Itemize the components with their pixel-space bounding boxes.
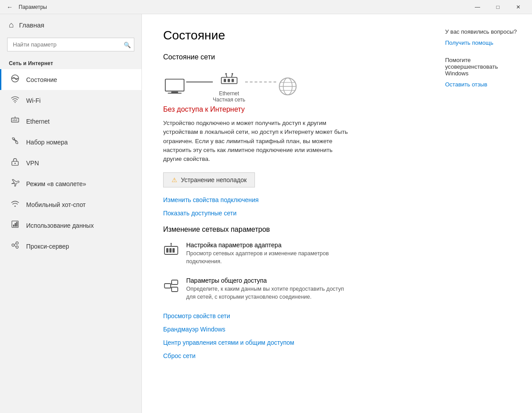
search-icon: 🔍 <box>124 41 131 48</box>
hotspot-icon <box>10 199 20 210</box>
router-icon-group: Ethernet Частная сеть <box>213 70 245 103</box>
ethernet-label: Ethernet <box>26 118 50 125</box>
svg-point-31 <box>231 73 233 75</box>
datausage-label: Использование данных <box>26 222 94 229</box>
svg-line-20 <box>14 245 16 247</box>
window-controls: — □ ✕ <box>467 0 528 14</box>
sidebar-item-hotspot[interactable]: Мобильный хот-спот <box>0 194 141 215</box>
svg-rect-39 <box>169 248 172 253</box>
sidebar-item-dialup[interactable]: Набор номера <box>0 132 141 152</box>
sidebar-home[interactable]: ⌂ Главная <box>0 14 141 36</box>
link-reset[interactable]: Сброс сети <box>163 352 413 359</box>
svg-rect-3 <box>12 118 19 122</box>
minimize-button[interactable]: — <box>467 0 488 14</box>
proxy-label: Прокси-сервер <box>26 243 69 250</box>
svg-rect-26 <box>227 79 230 82</box>
svg-rect-44 <box>172 280 178 284</box>
svg-point-11 <box>15 206 16 207</box>
wifi-label: Wi-Fi <box>26 97 41 104</box>
network-diagram: Ethernet Частная сеть <box>163 70 413 103</box>
svg-rect-25 <box>223 79 226 82</box>
sidebar-item-datausage[interactable]: Использование данных <box>0 215 141 236</box>
svg-rect-43 <box>164 284 171 288</box>
svg-rect-45 <box>172 287 178 292</box>
svg-rect-27 <box>231 79 234 82</box>
svg-point-30 <box>225 73 227 75</box>
ethernet-net-label: Ethernet Частная сеть <box>213 90 245 103</box>
svg-line-28 <box>226 74 227 78</box>
maximize-button[interactable]: □ <box>488 0 508 14</box>
link-view-props[interactable]: Просмотр свойств сети <box>163 312 413 319</box>
sidebar-item-wifi[interactable]: Wi-Fi <box>0 90 141 111</box>
svg-point-18 <box>16 246 18 248</box>
feedback-link[interactable]: Оставить отзыв <box>445 81 521 88</box>
status-label: Состояние <box>26 76 57 83</box>
link-network-center[interactable]: Центр управления сетями и общим доступом <box>163 339 413 346</box>
sharing-title: Параметры общего доступа <box>186 277 355 284</box>
back-button[interactable]: ← <box>4 1 16 13</box>
dialup-label: Набор номера <box>26 139 68 146</box>
vpn-label: VPN <box>26 160 39 167</box>
sharing-icon <box>163 278 179 294</box>
link-show-networks[interactable]: Показать доступные сети <box>163 210 413 217</box>
svg-line-29 <box>231 74 232 78</box>
search-container: 🔍 <box>7 38 134 51</box>
ethernet-icon <box>10 116 20 127</box>
sidebar-item-ethernet[interactable]: Ethernet <box>0 111 141 132</box>
svg-rect-14 <box>15 223 16 226</box>
hotspot-label: Мобильный хот-спот <box>26 201 86 208</box>
no-internet-text: Без доступа к Интернету <box>163 105 413 113</box>
computer-icon-group <box>163 77 186 96</box>
dialup-icon <box>10 136 20 148</box>
svg-point-42 <box>171 243 172 244</box>
help-link[interactable]: Получить помощь <box>445 39 521 46</box>
close-button[interactable]: ✕ <box>508 0 528 14</box>
right-panel: У вас появились вопросы? Получить помощь… <box>434 14 532 413</box>
change-settings-title: Изменение сетевых параметров <box>163 226 413 234</box>
svg-line-19 <box>14 243 16 245</box>
proxy-icon <box>10 241 20 252</box>
sidebar-item-status[interactable]: Состояние <box>0 69 141 90</box>
adapter-settings-item: Настройка параметров адаптера Просмотр с… <box>163 242 413 265</box>
sharing-content: Параметры общего доступа Определите, к к… <box>186 277 355 301</box>
adapter-desc: Просмотр сетевых адаптеров и изменение п… <box>186 250 355 265</box>
titlebar: ← Параметры — □ ✕ <box>0 0 532 14</box>
svg-line-47 <box>171 286 172 289</box>
globe-icon-group <box>276 77 299 96</box>
sidebar-item-proxy[interactable]: Прокси-сервер <box>0 236 141 257</box>
sharing-desc: Определите, к каким данным вы хотите пре… <box>186 285 355 301</box>
description-text: Устройство подключено и может получить д… <box>163 119 349 164</box>
search-input[interactable] <box>7 38 134 51</box>
svg-rect-13 <box>13 225 14 227</box>
router-icon <box>218 70 241 89</box>
app-body: ⌂ Главная 🔍 Сеть и Интернет Состояние <box>0 14 532 413</box>
line-router-internet <box>245 82 276 82</box>
airplane-label: Режим «в самолете» <box>26 180 86 187</box>
computer-icon <box>163 77 186 96</box>
feedback-title: Помогите усовершенствовать Windows <box>445 57 521 77</box>
svg-rect-38 <box>166 248 168 253</box>
sharing-settings-item: Параметры общего доступа Определите, к к… <box>163 277 413 301</box>
home-icon: ⌂ <box>9 20 14 30</box>
page-title: Состояние <box>163 28 413 43</box>
globe-icon <box>276 77 299 96</box>
app-title: Параметры <box>19 4 47 10</box>
adapter-title: Настройка параметров адаптера <box>186 242 355 249</box>
sidebar-item-vpn[interactable]: VPN <box>0 152 141 173</box>
status-icon <box>10 74 20 85</box>
warning-icon: ⚠ <box>172 176 177 183</box>
troubleshoot-button[interactable]: ⚠ Устранение неполадок <box>163 172 255 187</box>
adapter-icon <box>163 242 179 258</box>
svg-point-2 <box>15 102 16 103</box>
adapter-content: Настройка параметров адаптера Просмотр с… <box>186 242 355 265</box>
link-change-props[interactable]: Изменить свойства подключения <box>163 196 413 203</box>
help-title: У вас появились вопросы? <box>445 28 521 35</box>
svg-point-10 <box>15 163 16 164</box>
network-status-title: Состояние сети <box>163 53 413 61</box>
sidebar-item-airplane[interactable]: Режим «в самолете» <box>0 173 141 194</box>
svg-rect-15 <box>16 222 18 227</box>
troubleshoot-label: Устранение неполадок <box>181 176 246 183</box>
wifi-icon <box>10 95 20 106</box>
svg-point-16 <box>12 244 14 246</box>
link-firewall[interactable]: Брандмауэр Windows <box>163 326 413 333</box>
